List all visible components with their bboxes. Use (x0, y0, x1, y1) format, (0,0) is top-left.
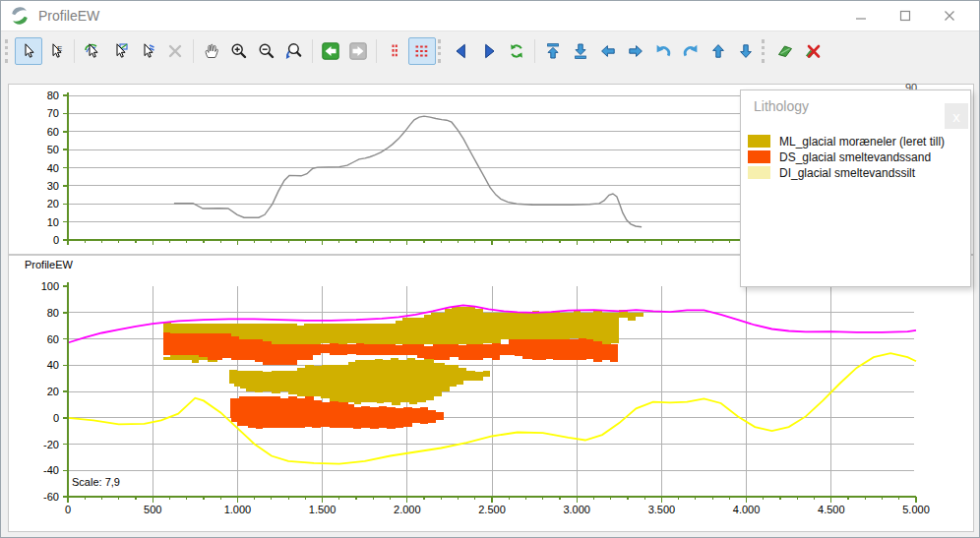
terrain-elevation (174, 116, 642, 227)
svg-text:-60: -60 (43, 491, 59, 503)
move-to-top-button[interactable] (539, 37, 567, 65)
previous-profile-button[interactable] (317, 37, 344, 65)
arrow-up-bar-icon (544, 42, 562, 60)
profile-window: ProfileEW E 01020304050607080 90 -60-40-… (0, 0, 980, 538)
zoom-extents-button[interactable] (280, 37, 308, 65)
next-profile-button[interactable] (344, 37, 372, 65)
svg-text:500: 500 (144, 504, 161, 515)
svg-text:60: 60 (47, 333, 59, 345)
discard-edits-button[interactable] (799, 37, 827, 65)
delete-selection-button[interactable] (161, 37, 189, 65)
toolbar-drag-handle[interactable] (438, 39, 444, 63)
arrow-down-bar-icon (572, 42, 589, 60)
app-logo-icon (10, 6, 30, 26)
undo-arrow-icon (654, 42, 672, 60)
window-title: ProfileEW (38, 8, 99, 24)
refresh-green-icon (508, 42, 525, 60)
lithology-panel[interactable]: Lithology x ML_glacial moræneler (leret … (740, 90, 971, 287)
arrow-left-blue-icon (599, 42, 617, 60)
svg-text:2.500: 2.500 (478, 504, 506, 515)
titlebar[interactable]: ProfileEW (1, 1, 979, 30)
toolbar: E (1, 30, 979, 70)
scale-label: Scale: 7,9 (72, 476, 120, 488)
refresh-profile-button[interactable] (503, 37, 530, 65)
svg-text:10: 10 (47, 216, 59, 228)
legend-color-swatch (748, 166, 770, 179)
svg-text:0: 0 (53, 234, 59, 246)
svg-text:4.500: 4.500 (818, 504, 845, 515)
undo-button[interactable] (649, 37, 677, 65)
svg-text:2.000: 2.000 (394, 504, 421, 515)
zoom-in-icon (230, 42, 248, 60)
pan-tool-button[interactable] (198, 37, 225, 65)
close-button[interactable] (927, 2, 971, 30)
toolbar-separator (312, 39, 313, 63)
minimize-button[interactable] (838, 2, 883, 30)
svg-text:30: 30 (47, 180, 59, 192)
zoom-in-button[interactable] (225, 37, 253, 65)
svg-text:-20: -20 (43, 439, 59, 450)
redo-button[interactable] (677, 37, 704, 65)
draw-layer-tool-button[interactable] (79, 37, 106, 65)
toolbar-drag-handle[interactable] (762, 39, 767, 63)
red-vertical-dashes-icon (386, 42, 403, 60)
vertical-guides-button[interactable] (381, 37, 408, 65)
svg-text:1.500: 1.500 (309, 504, 337, 515)
svg-text:0: 0 (53, 412, 59, 424)
arrow-right-blue-icon (627, 42, 644, 60)
step-backward-button[interactable] (448, 37, 475, 65)
apply-green-icon (776, 42, 794, 60)
zoom-out-button[interactable] (253, 37, 280, 65)
move-left-button[interactable] (594, 37, 622, 65)
toolbar-drag-handle[interactable] (5, 39, 11, 63)
svg-text:5.000: 5.000 (902, 504, 930, 515)
legend-color-swatch (748, 150, 770, 163)
svg-text:80: 80 (47, 307, 59, 319)
legend-label: DS_glacial smeltevandssand (779, 150, 931, 164)
toolbar-separator (534, 39, 535, 63)
lithology-legend: ML_glacial moræneler (leret till)DS_glac… (748, 134, 966, 181)
legend-item: DS_glacial smeltevandssand (748, 149, 966, 164)
legend-label: DI_glacial smeltevandssilt (779, 166, 915, 180)
discard-red-x-icon (804, 42, 822, 60)
triangle-left-icon (453, 42, 470, 60)
move-down-button[interactable] (732, 37, 760, 65)
arrow-down-blue-icon (737, 42, 755, 60)
legend-item: ML_glacial moræneler (leret till) (748, 134, 966, 149)
toolbar-separator (193, 39, 194, 63)
cursor-erase-icon (139, 42, 156, 60)
move-right-button[interactable] (622, 37, 649, 65)
svg-text:E: E (57, 43, 62, 52)
svg-text:1.000: 1.000 (224, 504, 252, 515)
apply-edits-button[interactable] (771, 37, 799, 65)
cross-section-title: ProfileEW (25, 259, 74, 270)
svg-text:40: 40 (47, 359, 59, 371)
arrow-left-green-icon (322, 42, 339, 60)
svg-text:0: 0 (65, 504, 71, 515)
zoom-reset-icon (285, 42, 303, 60)
svg-text:3.500: 3.500 (648, 504, 676, 515)
erase-tool-button[interactable] (134, 37, 161, 65)
select-tool-button[interactable] (15, 37, 42, 65)
svg-text:3.000: 3.000 (563, 504, 590, 515)
step-forward-button[interactable] (475, 37, 503, 65)
cross-section-panel[interactable]: -60-40-2002040608010005001.0001.5002.000… (8, 255, 974, 532)
draw-polygon-tool-button[interactable] (106, 37, 134, 65)
arrow-up-blue-icon (709, 42, 727, 60)
svg-text:20: 20 (47, 198, 59, 209)
zoom-out-icon (258, 42, 276, 60)
cursor-shape-icon (111, 42, 129, 60)
toolbar-separator (74, 39, 75, 63)
lithology-close-icon[interactable]: x (945, 103, 968, 129)
edit-vertex-tool-button[interactable]: E (42, 37, 70, 65)
maximize-button[interactable] (883, 2, 927, 30)
move-up-button[interactable] (704, 37, 732, 65)
triangle-right-icon (480, 42, 498, 60)
svg-text:80: 80 (47, 90, 59, 101)
x-disabled-icon (166, 42, 184, 60)
move-to-bottom-button[interactable] (567, 37, 594, 65)
horizontal-gridlines-button[interactable] (408, 37, 436, 65)
lithology-panel-title: Lithology (754, 98, 809, 114)
legend-color-swatch (748, 135, 770, 148)
arrow-right-gray-icon (349, 42, 367, 60)
